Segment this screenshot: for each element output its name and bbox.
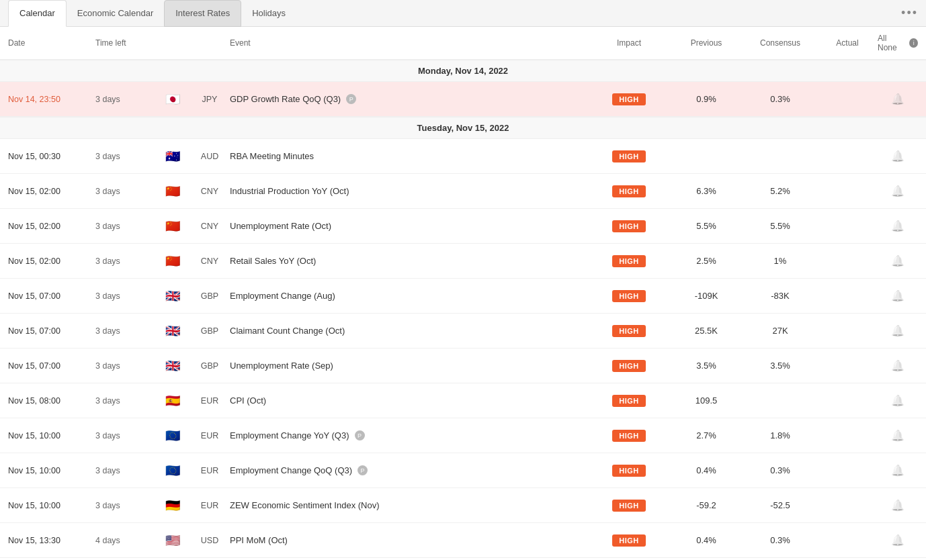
cell-event-name: Employment Change (Aug) — [230, 291, 589, 301]
table-row: Nov 15, 10:003 days🇪🇺EUREmployment Chang… — [0, 418, 926, 453]
cell-previous: 0.4% — [669, 535, 743, 545]
cell-time-left: 3 days — [95, 256, 156, 266]
bell-icon[interactable]: 🔔 — [891, 324, 904, 337]
tab-interest-rates[interactable]: Interest Rates — [164, 0, 241, 27]
cell-time-left: 3 days — [95, 466, 156, 475]
cell-bell[interactable]: 🔔 — [878, 324, 918, 337]
impact-badge: HIGH — [612, 465, 646, 477]
cell-bell[interactable]: 🔔 — [878, 220, 918, 232]
table-row: Nov 14, 23:503 days🇯🇵JPYGDP Growth Rate … — [0, 82, 926, 117]
cell-impact: HIGH — [589, 325, 669, 337]
bell-icon[interactable]: 🔔 — [891, 254, 904, 267]
column-headers: Date Time left Event Impact Previous Con… — [0, 27, 926, 60]
bell-icon[interactable]: 🔔 — [891, 185, 904, 197]
cell-bell[interactable]: 🔔 — [878, 289, 918, 302]
table-row: Nov 15, 08:003 days🇪🇸EURCPI (Oct)HIGH109… — [0, 383, 926, 418]
cell-bell[interactable]: 🔔 — [878, 534, 918, 547]
table-row: Nov 15, 07:003 days🇬🇧GBPClaimant Count C… — [0, 314, 926, 348]
cell-impact: HIGH — [589, 255, 669, 267]
more-options-icon[interactable]: ••• — [901, 6, 918, 20]
cell-flag: 🇨🇳 — [156, 219, 190, 234]
cell-event-name: CPI (Oct) — [230, 395, 589, 406]
cell-consensus: 0.3% — [743, 465, 817, 475]
cell-event-name: Retail Sales YoY (Oct) — [230, 256, 589, 266]
cell-currency: CNY — [190, 222, 230, 231]
cell-impact: HIGH — [589, 290, 669, 302]
table-row: Nov 15, 02:003 days🇨🇳CNYRetail Sales YoY… — [0, 244, 926, 279]
events-container: Monday, Nov 14, 2022Nov 14, 23:503 days🇯… — [0, 60, 926, 558]
impact-badge: HIGH — [612, 220, 646, 232]
cell-date: Nov 15, 08:00 — [8, 396, 95, 406]
bell-icon[interactable]: 🔔 — [891, 429, 904, 442]
cell-impact: HIGH — [589, 150, 669, 162]
cell-bell[interactable]: 🔔 — [878, 429, 918, 442]
bell-icon[interactable]: 🔔 — [891, 499, 904, 512]
impact-badge: HIGH — [612, 93, 646, 105]
cell-time-left: 3 days — [95, 222, 156, 231]
bell-icon[interactable]: 🔔 — [891, 220, 904, 232]
cell-flag: 🇨🇳 — [156, 254, 190, 269]
impact-badge: HIGH — [612, 430, 646, 442]
col-currency — [190, 34, 230, 52]
cell-consensus: 0.3% — [743, 535, 817, 545]
cell-time-left: 3 days — [95, 152, 156, 161]
cell-date: Nov 15, 02:00 — [8, 187, 95, 196]
bell-icon[interactable]: 🔔 — [891, 359, 904, 372]
cell-bell[interactable]: 🔔 — [878, 150, 918, 162]
cell-bell[interactable]: 🔔 — [878, 185, 918, 197]
bell-icon[interactable]: 🔔 — [891, 93, 904, 105]
cell-date: Nov 14, 23:50 — [8, 95, 95, 104]
cell-bell[interactable]: 🔔 — [878, 394, 918, 407]
bell-icon[interactable]: 🔔 — [891, 289, 904, 302]
cell-time-left: 3 days — [95, 187, 156, 196]
cell-currency: EUR — [190, 396, 230, 406]
col-date: Date — [8, 34, 95, 52]
cell-event-name: PPI MoM (Oct) — [230, 535, 589, 545]
cell-currency: EUR — [190, 431, 230, 440]
cell-date: Nov 15, 02:00 — [8, 222, 95, 231]
table-row: Nov 15, 07:003 days🇬🇧GBPEmployment Chang… — [0, 279, 926, 314]
tab-economic-calendar[interactable]: Economic Calendar — [67, 0, 164, 27]
cell-consensus: 0.3% — [743, 94, 817, 104]
cell-bell[interactable]: 🔔 — [878, 93, 918, 105]
col-all-none[interactable]: All None i — [878, 34, 918, 52]
info-icon: i — [909, 38, 918, 48]
impact-badge: HIGH — [612, 534, 646, 547]
impact-badge: HIGH — [612, 500, 646, 512]
cell-bell[interactable]: 🔔 — [878, 254, 918, 267]
tab-calendar[interactable]: Calendar — [8, 0, 67, 27]
cell-flag: 🇬🇧 — [156, 359, 190, 373]
col-flag — [156, 34, 190, 52]
cell-bell[interactable]: 🔔 — [878, 359, 918, 372]
cell-bell[interactable]: 🔔 — [878, 499, 918, 512]
cell-event-name: ZEW Economic Sentiment Index (Nov) — [230, 500, 589, 510]
cell-consensus: 5.2% — [743, 186, 817, 196]
cell-currency: GBP — [190, 291, 230, 301]
impact-badge: HIGH — [612, 290, 646, 302]
col-time-left: Time left — [95, 34, 156, 52]
cell-previous: 25.5K — [669, 326, 743, 336]
col-consensus: Consensus — [743, 34, 817, 52]
cell-date: Nov 15, 02:00 — [8, 256, 95, 266]
tab-holidays[interactable]: Holidays — [241, 0, 296, 27]
bell-icon[interactable]: 🔔 — [891, 394, 904, 407]
cell-date: Nov 15, 10:00 — [8, 431, 95, 440]
cell-flag: 🇪🇸 — [156, 393, 190, 408]
date-group-header-1: Tuesday, Nov 15, 2022 — [0, 117, 926, 139]
cell-currency: AUD — [190, 152, 230, 161]
cell-time-left: 3 days — [95, 326, 156, 336]
bell-icon[interactable]: 🔔 — [891, 534, 904, 547]
cell-previous: 3.5% — [669, 361, 743, 371]
bell-icon[interactable]: 🔔 — [891, 150, 904, 162]
cell-impact: HIGH — [589, 500, 669, 512]
cell-date: Nov 15, 07:00 — [8, 361, 95, 371]
app-container: Calendar Economic Calendar Interest Rate… — [0, 0, 926, 558]
bell-icon[interactable]: 🔔 — [891, 464, 904, 477]
cell-date: Nov 15, 07:00 — [8, 326, 95, 336]
cell-bell[interactable]: 🔔 — [878, 464, 918, 477]
cell-currency: JPY — [190, 95, 230, 104]
cell-consensus: 5.5% — [743, 221, 817, 231]
col-actual: Actual — [817, 34, 878, 52]
cell-time-left: 3 days — [95, 431, 156, 440]
cell-previous: 2.7% — [669, 430, 743, 440]
